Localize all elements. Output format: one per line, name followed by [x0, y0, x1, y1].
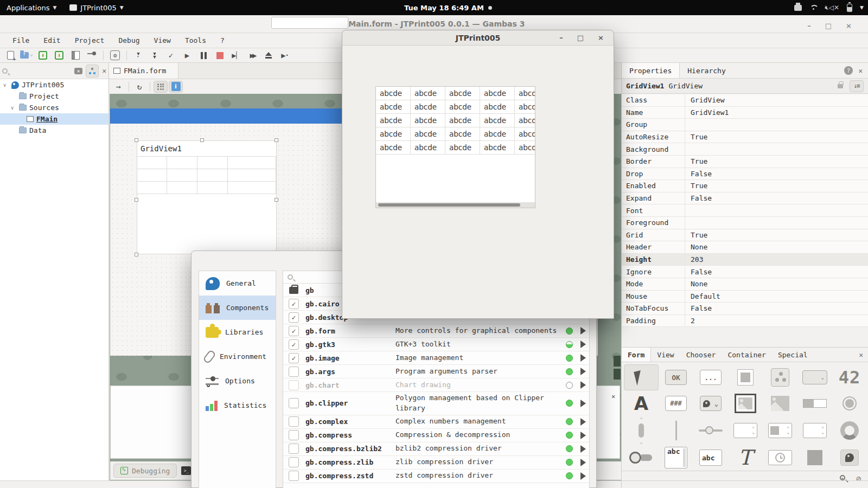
- property-row-background[interactable]: Background: [622, 143, 868, 156]
- help-icon[interactable]: ?: [844, 66, 853, 75]
- grid-cell[interactable]: abcde: [376, 87, 411, 100]
- stop-icon[interactable]: [213, 49, 227, 61]
- drawing-area-widget[interactable]: [797, 445, 832, 471]
- progress-bar-widget[interactable]: [797, 390, 832, 416]
- sort-properties-button[interactable]: ↓≡: [850, 80, 864, 92]
- component-row-gb.compress.bzlib2[interactable]: gb.compress.bzlib2bzlib2 compression dri…: [283, 442, 589, 456]
- component-checkbox[interactable]: ✓: [289, 299, 299, 309]
- date-box-widget[interactable]: [763, 445, 797, 471]
- property-row-notabfocus[interactable]: NoTabFocusFalse: [622, 303, 868, 315]
- ellipsis-button-widget[interactable]: ...: [693, 364, 728, 390]
- property-value[interactable]: None: [685, 278, 868, 290]
- window-list-button[interactable]: JTPrint005 ▼: [63, 0, 130, 15]
- property-row-enabled[interactable]: EnabledTrue: [622, 180, 868, 192]
- component-row-gb.chart[interactable]: gb.chartChart drawing: [283, 378, 589, 392]
- lock-icon[interactable]: [838, 84, 843, 88]
- property-row-ignore[interactable]: IgnoreFalse: [622, 266, 868, 278]
- step-icon[interactable]: ▶▏: [229, 49, 243, 61]
- property-row-font[interactable]: Font: [622, 204, 868, 217]
- tab-fmain-form[interactable]: FMain.form: [109, 63, 178, 79]
- menu-debug[interactable]: Debug: [111, 36, 146, 44]
- printer-icon[interactable]: [794, 5, 802, 11]
- app-gridview[interactable]: abcdeabcdeabcdeabcdeabcdeabcdeabcdeabcde…: [375, 86, 535, 208]
- text-box-widget[interactable]: abc: [693, 445, 728, 471]
- run-icon[interactable]: ▶: [180, 49, 194, 61]
- grid-cell[interactable]: abcde: [445, 141, 480, 155]
- menu-file[interactable]: File: [5, 36, 36, 44]
- gridview-widget[interactable]: GridView1: [137, 140, 277, 254]
- component-row-gb.complex[interactable]: gb.complexComplex numbers management: [283, 415, 589, 429]
- mask-box-widget[interactable]: ###: [659, 390, 693, 416]
- close-panel-icon[interactable]: ✕: [859, 351, 863, 359]
- expand-arrow-icon[interactable]: [580, 418, 586, 426]
- property-value[interactable]: 2: [685, 315, 868, 327]
- forward-icon[interactable]: ▶▶: [245, 49, 259, 61]
- toolbox-tab-container[interactable]: Container: [722, 348, 771, 362]
- forbidden-icon[interactable]: ⊘: [856, 474, 861, 484]
- eject-icon[interactable]: [261, 49, 276, 61]
- property-value[interactable]: GridView: [685, 94, 868, 106]
- expand-arrow-icon[interactable]: [580, 354, 586, 362]
- property-value[interactable]: None: [685, 241, 868, 253]
- expand-arrow-icon[interactable]: [580, 381, 586, 389]
- compile-all-icon[interactable]: ▼▼: [148, 49, 162, 61]
- color-palette-widget[interactable]: [763, 364, 797, 390]
- tab-properties[interactable]: Properties: [622, 63, 680, 78]
- grid-cell[interactable]: abcde: [376, 100, 411, 114]
- new-file-icon[interactable]: [3, 49, 17, 61]
- grid-cell[interactable]: abcde: [376, 141, 411, 155]
- resize-handle[interactable]: [135, 198, 138, 202]
- grid-cell[interactable]: abcde: [445, 127, 480, 141]
- close-panel-icon[interactable]: ✕: [611, 393, 615, 400]
- property-row-autoresize[interactable]: AutoResizeTrue: [622, 131, 868, 144]
- separator-widget[interactable]: [659, 416, 693, 445]
- expand-arrow-icon[interactable]: [580, 341, 586, 348]
- grid-cell[interactable]: abcde: [515, 100, 535, 114]
- property-row-height[interactable]: Height203: [622, 254, 868, 266]
- grid-cell[interactable]: abcde: [515, 114, 535, 127]
- grid-cell[interactable]: abcde: [376, 114, 411, 127]
- grid-cell[interactable]: abcde: [411, 114, 445, 127]
- clock[interactable]: Tue May 18 6:49 AM: [404, 0, 492, 15]
- property-value[interactable]: False: [685, 303, 868, 314]
- menu-button-widget[interactable]: ⌄: [693, 390, 728, 416]
- check-syntax-icon[interactable]: ✓: [164, 49, 178, 61]
- expand-arrow-icon[interactable]: [580, 432, 586, 439]
- menu-project[interactable]: Project: [68, 36, 112, 44]
- tab-hierarchy[interactable]: Hierarchy: [680, 63, 733, 78]
- close-panel-icon[interactable]: ✕: [858, 67, 863, 75]
- pause-icon[interactable]: [196, 49, 210, 61]
- property-value[interactable]: Default: [685, 291, 868, 303]
- component-checkbox[interactable]: ✓: [289, 353, 299, 363]
- properties-gear-icon[interactable]: ⚙: [108, 49, 122, 61]
- close-button[interactable]: ×: [846, 22, 852, 30]
- property-value[interactable]: [685, 204, 868, 216]
- clear-search-icon[interactable]: ✕: [74, 68, 82, 74]
- property-row-padding[interactable]: Padding2: [622, 315, 868, 328]
- component-row-gb.clipper[interactable]: gb.clipperPolygon management based on Cl…: [283, 392, 589, 415]
- property-value[interactable]: False: [685, 168, 868, 180]
- grid-cell[interactable]: abcde: [445, 114, 480, 127]
- component-checkbox[interactable]: [289, 367, 299, 377]
- component-checkbox[interactable]: [289, 430, 299, 440]
- component-row-gb.args[interactable]: gb.argsProgram arguments parser: [283, 365, 589, 378]
- grid-cell[interactable]: abcde: [411, 87, 445, 100]
- scrollbar-thumb[interactable]: [378, 203, 520, 207]
- property-value[interactable]: GridView1: [685, 107, 868, 119]
- component-checkbox[interactable]: [289, 471, 299, 481]
- toolbox-tab-view[interactable]: View: [651, 348, 680, 362]
- property-row-expand[interactable]: ExpandFalse: [622, 192, 868, 205]
- property-row-foreground[interactable]: Foreground: [622, 217, 868, 229]
- close-button[interactable]: ×: [598, 34, 604, 42]
- app-window-titlebar[interactable]: JTPrint005 –□×: [342, 30, 614, 46]
- compile-icon[interactable]: ▼•: [131, 49, 145, 61]
- toolbox-tab-special[interactable]: Special: [772, 348, 814, 362]
- dialog-section-environment[interactable]: Environment: [199, 344, 276, 369]
- menu-help[interactable]: ?: [213, 36, 232, 44]
- component-checkbox[interactable]: [289, 457, 299, 467]
- grid-cell[interactable]: abcde: [515, 141, 535, 155]
- component-checkbox[interactable]: ✓: [289, 312, 299, 323]
- save-project-icon[interactable]: ⬇: [36, 49, 50, 61]
- debugging-button[interactable]: Debugging: [113, 464, 177, 478]
- dialog-section-options[interactable]: Options: [199, 369, 276, 393]
